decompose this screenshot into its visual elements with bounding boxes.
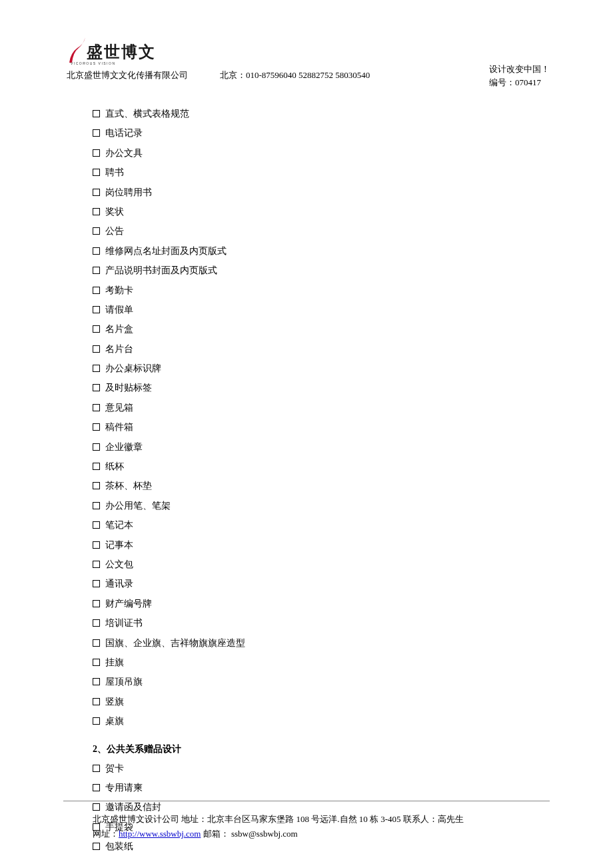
section1-item-label: 办公桌标识牌 bbox=[105, 361, 550, 376]
checkbox-icon bbox=[93, 843, 100, 850]
checkbox-icon bbox=[93, 443, 100, 451]
section2-item: 专用请柬 bbox=[93, 781, 550, 795]
section2-item-label: 贺卡 bbox=[105, 761, 550, 776]
checkbox-icon bbox=[93, 521, 100, 529]
checkbox-icon bbox=[93, 129, 100, 137]
section1-item-label: 聘书 bbox=[105, 165, 550, 180]
checkbox-icon bbox=[93, 784, 100, 791]
section1-item-label: 茶杯、杯垫 bbox=[105, 479, 550, 493]
checkbox-icon bbox=[93, 189, 100, 196]
company-name: 北京盛世博文文化传播有限公司 bbox=[67, 69, 188, 81]
section1-item: 稿件箱 bbox=[93, 420, 550, 435]
footer-email: ssbw@ssbwbj.com bbox=[231, 829, 298, 839]
checkbox-icon bbox=[93, 502, 100, 509]
section1-item-label: 企业徽章 bbox=[105, 440, 550, 455]
section1-item: 意见箱 bbox=[93, 401, 550, 415]
section1-item: 产品说明书封面及内页版式 bbox=[93, 263, 550, 278]
serial-number-line: 编号：070417 bbox=[489, 76, 550, 89]
checkbox-icon bbox=[93, 659, 100, 666]
section2-heading: 2、公共关系赠品设计 bbox=[93, 743, 550, 755]
section1-item-label: 意见箱 bbox=[105, 401, 550, 415]
checkbox-icon bbox=[93, 423, 100, 431]
section1-item-label: 名片盒 bbox=[105, 322, 550, 337]
section1-item: 笔记本 bbox=[93, 518, 550, 533]
section1-item: 公文包 bbox=[93, 557, 550, 572]
section1-item-label: 稿件箱 bbox=[105, 420, 550, 435]
section1-item: 名片台 bbox=[93, 342, 550, 357]
section1-item-label: 岗位聘用书 bbox=[105, 185, 550, 200]
section1-item: 请假单 bbox=[93, 303, 550, 317]
checkbox-icon bbox=[93, 463, 100, 470]
section1-item: 通讯录 bbox=[93, 577, 550, 591]
section1-item-label: 名片台 bbox=[105, 342, 550, 357]
checkbox-icon bbox=[93, 247, 100, 255]
company-logo: 盛世博文 VICOROUS VISION bbox=[67, 35, 170, 67]
section1-item-label: 请假单 bbox=[105, 303, 550, 317]
logo-subtitle: VICOROUS VISION bbox=[71, 61, 116, 65]
serial-number: 070417 bbox=[515, 77, 541, 87]
checkbox-icon bbox=[93, 110, 100, 117]
footer-url-label: 网址： bbox=[93, 829, 119, 839]
checkbox-icon bbox=[93, 208, 100, 215]
footer-line2: 网址：http://www.ssbwbj.com 邮箱： ssbw@ssbwbj… bbox=[93, 827, 550, 841]
section1-item: 纸杯 bbox=[93, 459, 550, 474]
section1-item: 办公文具 bbox=[93, 146, 550, 161]
section1-item-label: 竖旗 bbox=[105, 695, 550, 709]
section1-item: 桌旗 bbox=[93, 714, 550, 729]
document-content: 直式、横式表格规范电话记录办公文具聘书岗位聘用书奖状公告维修网点名址封面及内页版… bbox=[93, 107, 550, 854]
checkbox-icon bbox=[93, 717, 100, 725]
section1-checklist: 直式、横式表格规范电话记录办公文具聘书岗位聘用书奖状公告维修网点名址封面及内页版… bbox=[93, 107, 550, 729]
section1-item: 办公用笔、笔架 bbox=[93, 499, 550, 513]
section1-item: 国旗、企业旗、吉祥物旗旗座造型 bbox=[93, 636, 550, 651]
logo-swoosh-icon bbox=[67, 36, 88, 64]
document-header: 盛世博文 VICOROUS VISION 北京盛世博文文化传播有限公司 北京：0… bbox=[63, 35, 550, 81]
section1-item: 培训证书 bbox=[93, 616, 550, 631]
checkbox-icon bbox=[93, 325, 100, 333]
section1-item-label: 产品说明书封面及内页版式 bbox=[105, 263, 550, 278]
checkbox-icon bbox=[93, 365, 100, 372]
section1-item: 茶杯、杯垫 bbox=[93, 479, 550, 493]
checkbox-icon bbox=[93, 580, 100, 587]
section2-item: 包装纸 bbox=[93, 839, 550, 854]
section1-item: 竖旗 bbox=[93, 695, 550, 709]
section1-item-label: 办公用笔、笔架 bbox=[105, 499, 550, 513]
section1-item: 直式、横式表格规范 bbox=[93, 107, 550, 121]
footer-url[interactable]: http://www.ssbwbj.com bbox=[119, 829, 201, 839]
section1-item-label: 公文包 bbox=[105, 557, 550, 572]
checkbox-icon bbox=[93, 698, 100, 705]
checkbox-icon bbox=[93, 384, 100, 391]
header-right-block: 设计改变中国！ 编号：070417 bbox=[489, 63, 550, 89]
section1-item: 挂旗 bbox=[93, 655, 550, 670]
checkbox-icon bbox=[93, 541, 100, 549]
document-footer: 北京盛世博文设计公司 地址：北京丰台区马家东堡路 108 号远洋.自然 10 栋… bbox=[63, 801, 550, 841]
section1-item-label: 记事本 bbox=[105, 538, 550, 553]
section1-item: 考勤卡 bbox=[93, 283, 550, 298]
checkbox-icon bbox=[93, 287, 100, 294]
checkbox-icon bbox=[93, 619, 100, 627]
section1-item-label: 纸杯 bbox=[105, 459, 550, 474]
checkbox-icon bbox=[93, 345, 100, 353]
section1-item-label: 维修网点名址封面及内页版式 bbox=[105, 244, 550, 259]
section1-item: 奖状 bbox=[93, 205, 550, 219]
section1-item: 及时贴标签 bbox=[93, 381, 550, 395]
checkbox-icon bbox=[93, 267, 100, 274]
phone-label: 北京： bbox=[220, 70, 246, 80]
section1-item-label: 挂旗 bbox=[105, 655, 550, 670]
section1-item-label: 笔记本 bbox=[105, 518, 550, 533]
section1-item-label: 屋顶吊旗 bbox=[105, 675, 550, 689]
section1-item: 电话记录 bbox=[93, 126, 550, 141]
checkbox-icon bbox=[93, 306, 100, 313]
checkbox-icon bbox=[93, 404, 100, 411]
section1-item-label: 通讯录 bbox=[105, 577, 550, 591]
footer-email-label: 邮箱： bbox=[201, 829, 231, 839]
section1-item: 聘书 bbox=[93, 165, 550, 180]
footer-divider bbox=[63, 801, 550, 801]
checkbox-icon bbox=[93, 678, 100, 685]
checkbox-icon bbox=[93, 169, 100, 176]
phone-numbers: 010-87596040 52882752 58030540 bbox=[246, 70, 370, 80]
logo-text: 盛世博文 bbox=[87, 41, 156, 63]
section1-item-label: 办公文具 bbox=[105, 146, 550, 161]
section2-item-label: 包装纸 bbox=[105, 839, 550, 854]
checkbox-icon bbox=[93, 600, 100, 607]
section1-item: 名片盒 bbox=[93, 322, 550, 337]
